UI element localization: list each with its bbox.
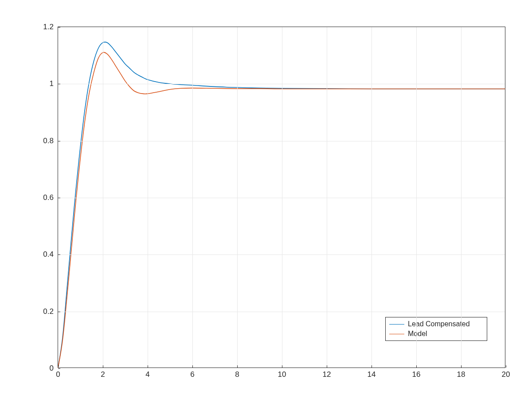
gridline-vertical (148, 27, 148, 368)
x-tick (58, 365, 59, 368)
gridline-vertical (192, 27, 193, 368)
x-tick-label: 0 (56, 370, 60, 379)
y-tick (58, 141, 60, 141)
gridline-horizontal (58, 84, 505, 84)
legend-swatch-icon (389, 334, 404, 334)
y-tick-label: 0 (50, 364, 54, 373)
x-tick-label: 12 (323, 370, 331, 379)
y-tick (58, 198, 60, 198)
x-tick (192, 365, 193, 368)
x-tick (148, 365, 148, 368)
gridline-vertical (461, 27, 462, 368)
x-tick-label: 6 (190, 370, 194, 379)
x-tick (461, 365, 462, 368)
x-tick (103, 365, 103, 368)
y-tick-label: 1 (50, 79, 54, 88)
y-tick (58, 254, 60, 255)
y-tick (58, 27, 60, 27)
x-tick (327, 365, 327, 368)
axes[interactable]: Lead CompensatedModel 024681012141618200… (58, 27, 505, 368)
x-tick (372, 365, 372, 368)
gridline-horizontal (58, 198, 505, 198)
y-tick-label: 1.2 (43, 23, 54, 31)
legend[interactable]: Lead CompensatedModel (385, 317, 487, 341)
x-tick (237, 365, 238, 368)
gridline-horizontal (58, 141, 505, 141)
y-tick (58, 368, 60, 369)
x-tick-label: 2 (101, 370, 105, 379)
y-tick (58, 312, 60, 312)
line-series-layer (58, 27, 505, 368)
x-tick-label: 10 (278, 370, 286, 379)
gridline-horizontal (58, 254, 505, 255)
gridline-vertical (416, 27, 417, 368)
figure: Lead CompensatedModel 024681012141618200… (0, 0, 532, 399)
y-tick-label: 0.2 (43, 307, 54, 316)
gridline-vertical (327, 27, 327, 368)
y-tick (58, 84, 60, 84)
y-tick-label: 0.4 (43, 250, 54, 259)
gridline-horizontal (58, 312, 505, 312)
gridline-vertical (372, 27, 372, 368)
x-tick-label: 8 (235, 370, 239, 379)
x-tick-label: 4 (145, 370, 149, 379)
legend-label: Lead Compensated (408, 320, 470, 328)
y-tick-label: 0.8 (43, 137, 54, 145)
legend-swatch-icon (389, 324, 404, 325)
gridline-vertical (282, 27, 282, 368)
x-tick-label: 18 (457, 370, 466, 379)
gridline-vertical (103, 27, 103, 368)
x-tick (506, 365, 506, 368)
x-tick (416, 365, 417, 368)
gridline-vertical (237, 27, 238, 368)
legend-label: Model (408, 330, 427, 338)
x-tick-label: 20 (502, 370, 510, 379)
x-tick (282, 365, 282, 368)
legend-entry[interactable]: Lead Compensated (389, 319, 483, 329)
y-tick-label: 0.6 (43, 193, 54, 202)
x-tick-label: 16 (412, 370, 421, 379)
legend-entry[interactable]: Model (389, 329, 483, 339)
x-tick-label: 14 (368, 370, 376, 379)
